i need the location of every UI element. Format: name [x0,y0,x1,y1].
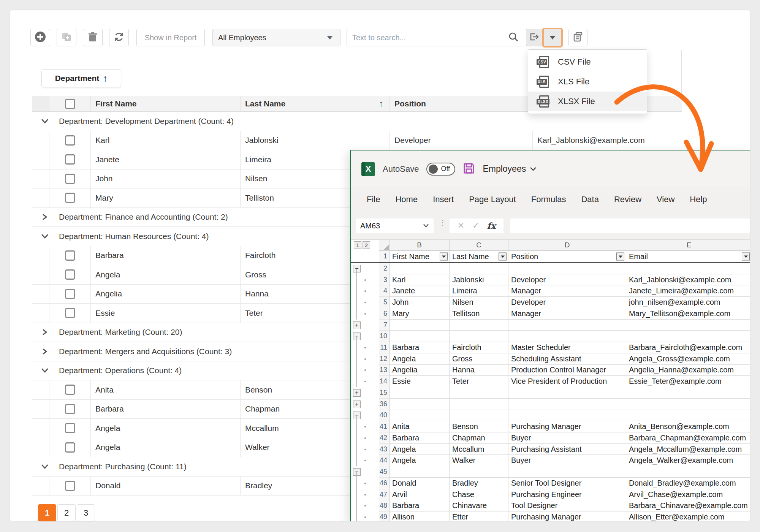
sheet-cell[interactable]: Developer [508,274,626,286]
collapse-group-icon[interactable] [41,118,49,124]
show-in-report-button[interactable]: Show in Report [136,29,205,46]
row-number[interactable]: 6 [379,308,390,320]
autosave-toggle[interactable]: Off [426,163,455,176]
sheet-cell[interactable] [450,466,508,478]
sheet-cell[interactable]: Barbara_Chapman@example.com [626,432,750,444]
row-checkbox[interactable] [65,404,75,414]
row-number[interactable]: 40 [379,410,390,421]
row-number[interactable]: 1 [379,251,390,262]
excel-tab-file[interactable]: File [367,195,380,204]
row-number[interactable]: 5 [379,297,390,308]
sheet-cell[interactable] [508,387,626,399]
export-menu-item-xls[interactable]: XLSXLS File [528,72,647,92]
sheet-cell[interactable] [390,399,450,410]
sheet-cell[interactable]: Vice President of Production [508,376,626,387]
filter-dropdown-button[interactable] [499,253,507,261]
sheet-cell[interactable]: Angela [390,455,450,466]
sheet-cell[interactable] [626,466,750,478]
sheet-cell[interactable]: Angelia [390,365,450,376]
row-number[interactable]: 12 [379,353,390,365]
workbook-title[interactable]: Employees [483,164,526,174]
collapse-group-icon[interactable] [41,233,49,239]
outline-expand-button[interactable]: + [353,389,361,397]
sheet-cell[interactable] [626,320,750,331]
row-number[interactable]: 4 [379,285,390,297]
row-number[interactable]: 48 [379,500,390,511]
sheet-cell[interactable] [508,331,626,342]
export-dropdown-button[interactable] [542,28,563,48]
row-checkbox[interactable] [65,135,75,146]
sheet-cell[interactable]: Manager [508,285,626,297]
sheet-cell[interactable] [450,320,508,331]
row-checkbox[interactable] [65,193,75,203]
collapse-group-icon[interactable] [41,367,49,374]
row-number[interactable]: 44 [379,455,390,466]
row-number[interactable]: 46 [379,478,390,489]
sheet-cell[interactable]: Anita_Benson@example.com [626,421,750,432]
sheet-cell[interactable] [390,466,450,478]
sheet-cell[interactable]: Senior Tool Designer [508,478,626,489]
sheet-cell[interactable]: Gross [450,353,508,365]
sheet-cell[interactable]: Barbara [390,432,450,444]
column-header-first-name[interactable]: First Name [91,96,241,111]
row-number[interactable]: 14 [379,376,390,387]
sheet-cell[interactable]: Last Name [450,251,508,262]
sheet-cell[interactable]: Allison_Etter@example.com [626,511,750,522]
column-letter-c[interactable]: C [450,240,508,251]
column-letter-e[interactable]: E [626,240,750,251]
row-number[interactable]: 43 [379,444,390,455]
search-button[interactable] [500,29,526,46]
sheet-cell[interactable]: Angelia_Hanna@example.com [626,365,750,376]
expand-group-icon[interactable] [41,329,49,335]
sheet-cell[interactable]: Mary_Tellitson@example.com [626,308,750,320]
export-button[interactable] [526,29,543,46]
row-number[interactable]: 42 [379,432,390,444]
sheet-cell[interactable]: Benson [450,421,508,432]
sheet-cell[interactable]: Angela_Walker@example.com [626,455,750,466]
sheet-cell[interactable] [450,387,508,399]
sheet-cell[interactable]: Limeira [450,285,508,297]
export-menu-item-csv[interactable]: CSVCSV File [528,52,647,72]
sheet-cell[interactable] [390,320,450,331]
sheet-cell[interactable]: Etter [450,511,508,522]
select-all-corner[interactable] [379,240,390,251]
row-number[interactable]: 15 [379,387,390,399]
sheet-cell[interactable]: Chase [450,489,508,500]
sheet-cell[interactable]: Janete [390,285,450,297]
sheet-cell[interactable] [626,331,750,342]
sheet-cell[interactable]: Essie [390,376,450,387]
collapse-group-icon[interactable] [41,464,49,470]
sheet-cell[interactable]: Barbara [390,342,450,353]
sheet-cell[interactable] [390,331,450,342]
filter-dropdown-button[interactable] [742,253,750,261]
row-number[interactable]: 36 [379,399,390,410]
formula-accept-icon[interactable]: ✓ [472,221,479,231]
expand-group-icon[interactable] [41,214,49,220]
sheet-cell[interactable] [508,320,626,331]
column-header-position[interactable]: Position [390,96,533,111]
row-checkbox[interactable] [65,250,75,261]
search-input[interactable] [347,33,500,42]
sheet-cell[interactable] [626,263,750,274]
sheet-cell[interactable]: Purchasing Manager [508,511,626,522]
excel-tab-home[interactable]: Home [395,195,418,204]
column-chooser-button[interactable] [568,29,587,46]
employee-row[interactable]: KarlJablonskiDeveloperKarl_Jablonski@exa… [32,131,682,150]
add-button[interactable] [30,29,50,46]
page-button-1[interactable]: 1 [38,504,56,521]
sheet-cell[interactable]: Purchasing Engineer [508,489,626,500]
duplicate-button[interactable] [57,29,76,46]
sheet-cell[interactable] [450,410,508,421]
sheet-cell[interactable]: Janete_Limeira@example.com [626,285,750,297]
outline-level-button-2[interactable]: 2 [363,241,370,249]
sheet-cell[interactable]: Essie_Teter@example.com [626,376,750,387]
formula-bar-handle[interactable]: ⋮ [439,221,446,224]
row-checkbox[interactable] [65,442,75,453]
excel-tab-review[interactable]: Review [614,195,641,204]
row-number[interactable]: 45 [379,466,390,478]
row-number[interactable]: 49 [379,511,390,522]
row-checkbox[interactable] [65,289,75,299]
sheet-cell[interactable]: Purchasing Manager [508,421,626,432]
sheet-cell[interactable]: Donald_Bradley@example.com [626,478,750,489]
sheet-cell[interactable]: Teter [450,376,508,387]
